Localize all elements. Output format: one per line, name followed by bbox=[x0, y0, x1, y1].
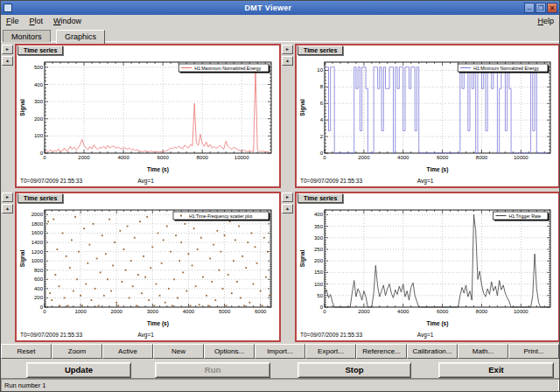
plot-panel-trigger-rate: Time series 0200040006000800010000050100… bbox=[295, 192, 560, 342]
reset-button[interactable]: Reset bbox=[1, 344, 52, 359]
zoom-button[interactable]: Zoom bbox=[52, 344, 102, 359]
svg-text:8000: 8000 bbox=[476, 155, 488, 160]
svg-text:300: 300 bbox=[34, 99, 44, 104]
svg-text:200: 200 bbox=[314, 258, 324, 263]
svg-text:H1:Minimum Normalized Energy: H1:Minimum Normalized Energy bbox=[473, 66, 539, 71]
svg-text:150: 150 bbox=[314, 270, 324, 275]
svg-text:5000: 5000 bbox=[219, 309, 231, 314]
plot-panel-tf-scatter: Time series 0100020003000400050006000020… bbox=[15, 192, 281, 342]
panel3-t0: T0=09/07/2009 21:55:33 bbox=[20, 332, 82, 338]
export-button[interactable]: Export... bbox=[305, 344, 356, 359]
svg-text:1200: 1200 bbox=[32, 249, 44, 255]
minimize-icon[interactable]: – bbox=[524, 3, 535, 13]
svg-text:2000: 2000 bbox=[111, 309, 123, 314]
svg-text:2000: 2000 bbox=[32, 212, 44, 217]
chart-min-normalized-energy[interactable]: 02000400060008000100000246810H1:Minimum … bbox=[298, 56, 556, 175]
import-button[interactable]: Import... bbox=[255, 344, 305, 359]
options-button[interactable]: Options... bbox=[204, 344, 255, 359]
svg-text:Time (s): Time (s) bbox=[427, 320, 449, 327]
svg-text:4000: 4000 bbox=[183, 309, 195, 314]
chart-time-frequency-scatter[interactable]: 0100020003000400050006000020040060080010… bbox=[18, 204, 277, 329]
svg-text:0: 0 bbox=[43, 309, 46, 314]
panel1-t0: T0=09/07/2009 21:55:33 bbox=[20, 178, 82, 184]
panel3-expand-right-icon[interactable]: ▸ bbox=[2, 192, 13, 202]
panel4-title-tab[interactable]: Time series bbox=[298, 193, 343, 203]
tab-monitors[interactable]: Monitors bbox=[3, 30, 51, 42]
svg-text:1800: 1800 bbox=[32, 221, 44, 227]
statusbar: Run number 1 bbox=[1, 378, 559, 392]
dmt-viewer-window: DMT Viewer – ❐ ✕ File Plot Window Help M… bbox=[0, 0, 560, 392]
svg-text:10000: 10000 bbox=[234, 155, 249, 160]
exit-button[interactable]: Exit bbox=[438, 362, 554, 378]
stop-button[interactable]: Stop bbox=[298, 362, 411, 378]
svg-text:10000: 10000 bbox=[514, 155, 528, 160]
svg-text:200: 200 bbox=[34, 295, 44, 300]
plot-panel-min-energy: Time series 0200040006000800010000024681… bbox=[295, 44, 560, 188]
svg-text:Signal: Signal bbox=[299, 250, 306, 268]
svg-text:1000: 1000 bbox=[32, 258, 44, 263]
panel2-expand-up-icon[interactable]: ▴ bbox=[282, 56, 293, 66]
panel2-title-tab[interactable]: Time series bbox=[298, 46, 343, 55]
svg-text:8000: 8000 bbox=[476, 309, 488, 314]
svg-text:400: 400 bbox=[314, 212, 324, 217]
active-button[interactable]: Active bbox=[102, 344, 153, 359]
titlebar[interactable]: DMT Viewer – ❐ ✕ bbox=[1, 1, 559, 15]
menu-file[interactable]: File bbox=[1, 17, 24, 25]
calibration-button[interactable]: Calibration... bbox=[407, 344, 458, 359]
panel3-avg: Avg=1 bbox=[137, 332, 154, 338]
svg-text:800: 800 bbox=[34, 268, 44, 273]
plot-quadrant-4: ▸ ▴ Time series 020004000600080001000005… bbox=[282, 192, 560, 342]
svg-text:0: 0 bbox=[323, 309, 326, 314]
svg-text:H1:Maximum Normalized Energy: H1:Maximum Normalized Energy bbox=[194, 66, 262, 71]
svg-text:4000: 4000 bbox=[397, 155, 410, 160]
svg-text:10: 10 bbox=[317, 67, 323, 73]
svg-text:3000: 3000 bbox=[147, 309, 159, 314]
panel2-footer: T0=09/07/2009 21:55:33 Avg=1 bbox=[300, 178, 555, 186]
svg-text:8: 8 bbox=[320, 84, 324, 89]
svg-text:0: 0 bbox=[323, 155, 326, 160]
svg-text:1400: 1400 bbox=[32, 240, 44, 245]
panel1-avg: Avg=1 bbox=[137, 178, 154, 184]
print-button[interactable]: Print... bbox=[508, 344, 559, 359]
panel2-expand-right-icon[interactable]: ▸ bbox=[282, 45, 293, 54]
svg-text:350: 350 bbox=[314, 224, 324, 229]
menu-plot[interactable]: Plot bbox=[24, 17, 49, 25]
svg-text:6000: 6000 bbox=[255, 309, 267, 314]
panel3-title-tab[interactable]: Time series bbox=[18, 193, 63, 203]
panel1-expand-right-icon[interactable]: ▸ bbox=[2, 45, 13, 54]
plot-quadrant-2: ▸ ▴ Time series 020004000600080001000002… bbox=[282, 44, 560, 188]
svg-text:400: 400 bbox=[34, 286, 44, 291]
maximize-icon[interactable]: ❐ bbox=[536, 3, 546, 13]
panel1-expand-up-icon[interactable]: ▴ bbox=[2, 56, 13, 66]
update-button[interactable]: Update bbox=[26, 362, 131, 378]
panel2-avg: Avg=1 bbox=[417, 178, 434, 184]
panel3-expand-up-icon[interactable]: ▴ bbox=[2, 204, 13, 214]
reference-button[interactable]: Reference... bbox=[356, 344, 407, 359]
new-button[interactable]: New bbox=[153, 344, 204, 359]
svg-text:10000: 10000 bbox=[514, 309, 528, 314]
svg-text:6: 6 bbox=[320, 101, 324, 106]
panel4-expand-up-icon[interactable]: ▴ bbox=[282, 204, 293, 214]
panel4-footer: T0=09/07/2009 21:55:33 Avg=1 bbox=[300, 332, 555, 340]
panel4-expand-right-icon[interactable]: ▸ bbox=[282, 192, 293, 202]
svg-text:2000: 2000 bbox=[358, 155, 370, 160]
chart-trigger-rate[interactable]: 0200040006000800010000050100150200250300… bbox=[298, 204, 556, 329]
close-icon[interactable]: ✕ bbox=[547, 3, 557, 13]
math-button[interactable]: Math... bbox=[458, 344, 508, 359]
panel1-title-tab[interactable]: Time series bbox=[18, 46, 63, 55]
run-button[interactable]: Run bbox=[155, 362, 270, 378]
menu-help[interactable]: Help bbox=[532, 17, 559, 25]
svg-text:Signal: Signal bbox=[19, 250, 26, 268]
panel3-footer: T0=09/07/2009 21:55:33 Avg=1 bbox=[20, 332, 276, 340]
svg-text:Signal: Signal bbox=[19, 99, 26, 116]
plot-quadrant-1: ▸ ▴ Time series 020004000600080001000001… bbox=[2, 44, 281, 188]
menu-window[interactable]: Window bbox=[48, 17, 87, 25]
svg-text:4: 4 bbox=[320, 117, 324, 122]
svg-text:300: 300 bbox=[314, 235, 324, 241]
svg-text:100: 100 bbox=[314, 282, 324, 287]
chart-max-normalized-energy[interactable]: 02000400060008000100000100200300400500H1… bbox=[18, 56, 277, 175]
tab-graphics[interactable]: Graphics bbox=[56, 30, 105, 44]
panel1-footer: T0=09/07/2009 21:55:33 Avg=1 bbox=[20, 178, 276, 186]
svg-text:H1:Time-Frequency scatter plot: H1:Time-Frequency scatter plot bbox=[189, 214, 253, 219]
plot-quadrant-3: ▸ ▴ Time series 010002000300040005000600… bbox=[2, 192, 281, 342]
